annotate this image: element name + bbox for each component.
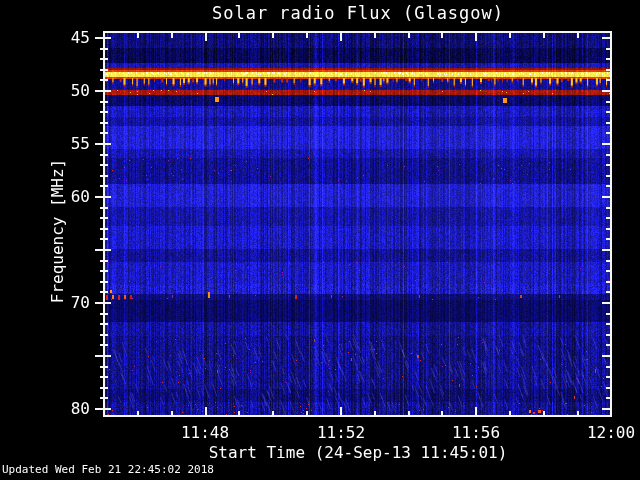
y-tick-label-50: 50 [30, 83, 90, 99]
spectrogram-canvas [0, 0, 640, 480]
x-tick-label-1200: 12:00 [577, 423, 640, 442]
y-tick-label-60: 60 [30, 189, 90, 205]
y-tick-label-70: 70 [30, 295, 90, 311]
x-tick-label-1156: 11:56 [442, 423, 510, 442]
updated-timestamp: Updated Wed Feb 21 22:45:02 2018 [2, 463, 214, 476]
x-axis-label: Start Time (24-Sep-13 11:45:01) [104, 443, 612, 462]
x-tick-label-1152: 11:52 [307, 423, 375, 442]
y-tick-label-55: 55 [30, 136, 90, 152]
y-tick-label-80: 80 [30, 401, 90, 417]
chart-title: Solar radio Flux (Glasgow) [104, 3, 612, 23]
x-tick-label-1148: 11:48 [171, 423, 239, 442]
y-tick-label-45: 45 [30, 30, 90, 46]
plot-window: Solar radio Flux (Glasgow) Frequency [MH… [0, 0, 640, 480]
